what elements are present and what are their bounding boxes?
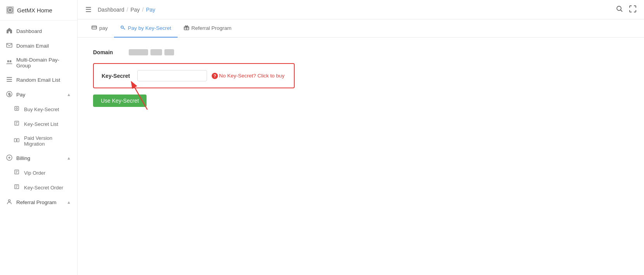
svg-rect-7 — [7, 81, 12, 82]
header-actions — [616, 5, 636, 14]
sidebar-item-dashboard[interactable]: Dashboard — [0, 24, 77, 38]
vip-icon — [14, 169, 21, 176]
breadcrumb-current: Pay — [146, 7, 155, 13]
sidebar-item-key-secret-list[interactable]: Key-Secret List — [0, 117, 77, 131]
tab-referral-label: Referral Program — [192, 25, 232, 31]
sidebar-item-vip-order[interactable]: Vip Order — [0, 165, 77, 180]
sidebar-label-billing: Billing — [16, 155, 30, 161]
svg-line-19 — [621, 10, 623, 12]
referral-icon — [6, 199, 13, 206]
use-button-label: Use Key-Secret — [101, 98, 139, 104]
key-secret-row: Key-Secret ? No Key-Secret? Click to buy — [102, 70, 286, 81]
sidebar-item-domain-email[interactable]: Domain Email — [0, 38, 77, 53]
svg-point-10 — [16, 108, 17, 109]
svg-rect-20 — [92, 26, 97, 29]
logo-icon — [6, 6, 14, 14]
sidebar-item-key-secret-order[interactable]: Key-Secret Order — [0, 180, 77, 195]
use-key-secret-button[interactable]: Use Key-Secret — [93, 95, 147, 107]
sidebar-label-multi-domain: Multi-Domain Pay-Group — [16, 57, 71, 69]
svg-rect-12 — [14, 139, 16, 142]
breadcrumb-sep-1: / — [127, 7, 128, 13]
domain-block-2 — [150, 49, 162, 55]
sidebar-label-vip-order: Vip Order — [24, 170, 45, 176]
pay-collapse-icon: ▲ — [67, 92, 71, 97]
tab-pay-label: pay — [99, 25, 108, 31]
billing-icon — [6, 155, 13, 162]
svg-rect-2 — [7, 43, 12, 47]
sidebar-item-buy-key-secret[interactable]: Buy Key-Secret — [0, 102, 77, 117]
key-secret-label: Key-Secret — [102, 73, 133, 79]
key-secret-box: Key-Secret ? No Key-Secret? Click to buy — [93, 63, 295, 88]
email-icon — [6, 42, 13, 49]
hamburger-menu-icon[interactable]: ☰ — [85, 5, 92, 14]
tab-pay[interactable]: pay — [85, 19, 114, 38]
group-icon — [6, 59, 13, 66]
sidebar-item-pay-group[interactable]: Pay ▲ — [0, 87, 77, 102]
sidebar-label-paid-version-migration: Paid Version Migration — [24, 135, 71, 147]
breadcrumb: Dashboard / Pay / Pay — [98, 7, 155, 13]
sidebar-label-pay: Pay — [16, 92, 25, 98]
svg-point-3 — [7, 60, 9, 62]
content-card: pay Pay by Key-Secret Referral Program — [78, 19, 644, 275]
pay-icon — [6, 91, 13, 98]
domain-row: Domain — [93, 49, 628, 55]
svg-rect-6 — [7, 79, 12, 80]
referral-collapse-icon: ▲ — [67, 200, 71, 205]
sidebar-item-multi-domain[interactable]: Multi-Domain Pay-Group — [0, 53, 77, 72]
tab-pay-by-key-secret-label: Pay by Key-Secret — [128, 25, 171, 31]
tab-pay-by-key-secret[interactable]: Pay by Key-Secret — [114, 19, 178, 38]
breadcrumb-sep-2: / — [142, 7, 144, 13]
svg-point-1 — [9, 9, 11, 11]
list-icon — [6, 76, 13, 83]
order-icon — [14, 184, 21, 191]
no-key-secret-link[interactable]: ? No Key-Secret? Click to buy — [212, 73, 285, 79]
sidebar-item-random-email[interactable]: Random Email List — [0, 72, 77, 87]
gift-icon — [184, 25, 189, 31]
svg-rect-15 — [15, 170, 19, 174]
list2-icon — [14, 120, 21, 127]
sidebar-label-key-secret-order: Key-Secret Order — [24, 185, 63, 191]
svg-rect-5 — [7, 77, 12, 78]
billing-collapse-icon: ▲ — [67, 156, 71, 160]
main-area: ☰ Dashboard / Pay / Pay — [78, 0, 644, 275]
app-title: GetMX Home — [17, 7, 52, 14]
svg-rect-11 — [15, 121, 19, 125]
key-icon — [120, 25, 126, 31]
fullscreen-icon[interactable] — [629, 5, 636, 14]
svg-rect-9 — [15, 107, 19, 111]
sidebar-label-dashboard: Dashboard — [16, 28, 42, 34]
svg-point-4 — [10, 60, 12, 62]
sidebar: GetMX Home Dashboard Domain Email Multi-… — [0, 0, 78, 275]
domain-value — [129, 49, 174, 55]
domain-block-1 — [129, 49, 148, 55]
key-secret-input[interactable] — [137, 70, 207, 81]
tab-bar: pay Pay by Key-Secret Referral Program — [78, 19, 644, 38]
search-icon[interactable] — [616, 5, 623, 14]
sidebar-label-referral: Referral Program — [16, 199, 57, 205]
no-key-text: No Key-Secret? Click to buy — [219, 73, 285, 79]
breadcrumb-pay[interactable]: Pay — [130, 7, 140, 13]
breadcrumb-dashboard[interactable]: Dashboard — [98, 7, 124, 13]
svg-point-22 — [121, 26, 123, 28]
form-area: Domain Key-Secret ? — [78, 38, 644, 119]
svg-point-17 — [9, 200, 10, 202]
sidebar-label-random-email: Random Email List — [16, 77, 60, 83]
sidebar-label-key-secret-list: Key-Secret List — [24, 121, 58, 127]
question-icon: ? — [212, 73, 218, 79]
credit-card-icon — [92, 25, 97, 31]
domain-label: Domain — [93, 49, 124, 55]
app-header: ☰ Dashboard / Pay / Pay — [78, 0, 644, 19]
sidebar-label-buy-key-secret: Buy Key-Secret — [24, 107, 59, 112]
sidebar-item-billing-group[interactable]: Billing ▲ — [0, 151, 77, 165]
app-logo[interactable]: GetMX Home — [0, 0, 77, 21]
sidebar-item-referral-group[interactable]: Referral Program ▲ — [0, 195, 77, 210]
tab-referral-program[interactable]: Referral Program — [178, 19, 238, 38]
page-content: pay Pay by Key-Secret Referral Program — [78, 19, 644, 275]
sidebar-label-domain-email: Domain Email — [16, 43, 49, 49]
buy-icon — [14, 106, 21, 113]
svg-point-18 — [617, 6, 621, 10]
domain-block-3 — [164, 49, 174, 55]
svg-rect-16 — [15, 185, 19, 189]
sidebar-item-paid-version-migration[interactable]: Paid Version Migration — [0, 131, 77, 151]
home-icon — [6, 28, 13, 34]
